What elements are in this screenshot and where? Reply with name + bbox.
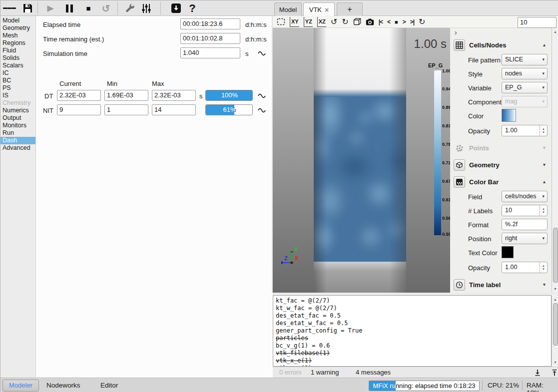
- spin-down-icon[interactable]: ▼: [542, 131, 545, 134]
- terminal-output[interactable]: kt_fac = @(2/7) kt_w_fac = @(2/7) des_et…: [273, 295, 552, 367]
- sidebar-item-model[interactable]: Model: [0, 17, 35, 24]
- mode-button-modeler[interactable]: Modeler: [2, 380, 39, 392]
- sidebar-item-numerics[interactable]: Numerics: [0, 107, 35, 114]
- collapse-arrow-icon[interactable]: ▴: [543, 179, 546, 184]
- stop-playback-icon[interactable]: ■: [395, 17, 398, 27]
- position-dropdown[interactable]: right▾: [502, 233, 548, 244]
- section-geometry[interactable]: Geometry ▾: [450, 158, 552, 173]
- screenshot-camera-icon[interactable]: [366, 17, 374, 27]
- spinner-arrows[interactable]: ▲▼: [540, 125, 547, 136]
- nit-max-field[interactable]: 14: [152, 104, 196, 115]
- play-icon[interactable]: ▶: [44, 2, 56, 14]
- opacity-spinner[interactable]: 1.00 ▲▼: [502, 125, 548, 136]
- plot-nit-icon[interactable]: [257, 106, 268, 113]
- sidebar-item-output[interactable]: Output: [0, 114, 35, 122]
- tab-add[interactable]: +: [337, 2, 363, 16]
- scroll-to-top-icon[interactable]: [551, 369, 558, 376]
- spin-up-icon[interactable]: ▲: [542, 207, 545, 211]
- dt-max-field[interactable]: 2.32E-03: [152, 90, 196, 101]
- rotate-right-icon[interactable]: ↻: [342, 17, 348, 27]
- terminal-scrollbar[interactable]: ▲ ▼: [552, 296, 558, 366]
- sidebar-item-is[interactable]: IS: [0, 92, 35, 99]
- tab-close-icon[interactable]: ×: [325, 6, 329, 14]
- time-remaining-field[interactable]: 00:01:10:02.8: [180, 33, 240, 44]
- style-dropdown[interactable]: nodes▾: [502, 68, 548, 79]
- tab-vtk[interactable]: VTK ×: [303, 2, 335, 16]
- scroll-up-arrow[interactable]: ▲: [552, 296, 558, 303]
- previous-frame-icon[interactable]: <: [387, 17, 390, 27]
- panel-scrollbar[interactable]: ▲ ▼: [552, 28, 558, 293]
- parameters-sliders-icon[interactable]: [139, 2, 154, 14]
- section-points[interactable]: Points ▾: [450, 141, 552, 156]
- menu-icon[interactable]: [3, 2, 16, 14]
- nit-min-field[interactable]: 1: [104, 104, 148, 115]
- perspective-icon[interactable]: [353, 17, 361, 27]
- scrollbar-thumb[interactable]: [553, 303, 558, 346]
- spinner-arrows[interactable]: ▲▼: [540, 205, 547, 216]
- num-labels-spinner[interactable]: 10 ▲▼: [502, 205, 548, 216]
- variable-dropdown[interactable]: EP_G▾: [502, 82, 548, 93]
- geometry-cube-icon[interactable]: [454, 159, 465, 171]
- save-icon[interactable]: [21, 2, 33, 14]
- tab-model[interactable]: Model: [274, 2, 302, 16]
- spin-down-icon[interactable]: ▼: [542, 268, 545, 271]
- collapse-arrow-icon[interactable]: ▴: [543, 42, 546, 47]
- view-yz-icon[interactable]: YZ: [304, 17, 313, 27]
- spin-up-icon[interactable]: ▲: [542, 264, 545, 268]
- dt-current-field[interactable]: 2.32E-03: [57, 90, 101, 101]
- reset-icon[interactable]: ↺: [99, 2, 112, 14]
- cbar-opacity-spinner[interactable]: 1.00 ▲▼: [502, 262, 548, 273]
- sidebar-item-dash[interactable]: Dash: [0, 137, 35, 144]
- rotate-left-icon[interactable]: ↺: [331, 17, 337, 27]
- spin-up-icon[interactable]: ▲: [542, 127, 545, 131]
- sidebar-item-bc[interactable]: BC: [0, 77, 35, 84]
- messages-count[interactable]: 4 messages: [356, 369, 391, 376]
- mode-button-nodeworks[interactable]: Nodeworks: [46, 382, 80, 389]
- dt-min-field[interactable]: 1.69E-03: [104, 90, 148, 101]
- file-pattern-dropdown[interactable]: SLICE▾: [502, 54, 548, 65]
- spinner-arrows[interactable]: ▲▼: [540, 262, 547, 273]
- export-download-icon[interactable]: [169, 2, 182, 14]
- elapsed-time-field[interactable]: 00:00:18:23.6: [180, 18, 240, 29]
- settings-wrench-icon[interactable]: [123, 2, 137, 14]
- sidebar-item-regions[interactable]: Regions: [0, 39, 35, 47]
- help-icon[interactable]: ?: [186, 2, 198, 14]
- stop-icon[interactable]: ■: [82, 2, 94, 14]
- pause-icon[interactable]: [63, 2, 75, 14]
- view-xz-icon[interactable]: XZ: [317, 17, 326, 27]
- grid-icon[interactable]: [454, 39, 465, 51]
- section-time-label[interactable]: Time label ▾: [450, 278, 552, 293]
- plot-simtime-icon[interactable]: [257, 49, 268, 56]
- next-frame-icon[interactable]: >: [403, 17, 406, 27]
- warnings-count[interactable]: 1 warning: [311, 369, 339, 376]
- collapse-arrow-icon[interactable]: ▾: [543, 162, 546, 167]
- sidebar-item-mesh[interactable]: Mesh: [0, 32, 35, 39]
- sidebar-item-scalars[interactable]: Scalars: [0, 62, 35, 69]
- text-color-swatch[interactable]: [502, 246, 514, 258]
- scroll-down-arrow[interactable]: ▼: [552, 286, 558, 292]
- colorbar-icon[interactable]: [454, 176, 465, 188]
- reset-view-icon[interactable]: [277, 17, 285, 27]
- sidebar-item-fluid[interactable]: Fluid: [0, 47, 35, 54]
- simulation-time-field[interactable]: 1.040: [180, 47, 240, 58]
- spin-down-icon[interactable]: ▼: [542, 211, 545, 214]
- section-cells-nodes[interactable]: Cells/Nodes ▴: [450, 38, 552, 53]
- frame-interval-field[interactable]: 10: [518, 17, 557, 28]
- scroll-to-bottom-icon[interactable]: [534, 369, 541, 376]
- collapse-arrow-icon[interactable]: ▾: [543, 282, 546, 287]
- view-xy-icon[interactable]: XY: [290, 17, 299, 27]
- color-gradient-swatch[interactable]: [502, 109, 516, 122]
- scroll-up-arrow[interactable]: ▲: [552, 28, 558, 35]
- format-field[interactable]: %.2f: [502, 219, 548, 230]
- section-color-bar[interactable]: Color Bar ▴: [450, 175, 552, 190]
- first-frame-icon[interactable]: |<: [379, 17, 383, 27]
- plot-dt-icon[interactable]: [257, 91, 268, 98]
- nit-current-field[interactable]: 9: [57, 104, 101, 115]
- panel-expander-chevron[interactable]: ›: [450, 28, 552, 38]
- field-dropdown[interactable]: cells/nodes▾: [502, 191, 548, 202]
- sidebar-item-ic[interactable]: IC: [0, 69, 35, 77]
- vtk-viewport[interactable]: 1.00 s EP_G 1.00 0.94 0.89 0.83 0.78 0.7…: [273, 28, 450, 293]
- sidebar-item-advanced[interactable]: Advanced: [0, 144, 35, 152]
- mode-button-editor[interactable]: Editor: [100, 382, 118, 389]
- sidebar-item-monitors[interactable]: Monitors: [0, 122, 35, 129]
